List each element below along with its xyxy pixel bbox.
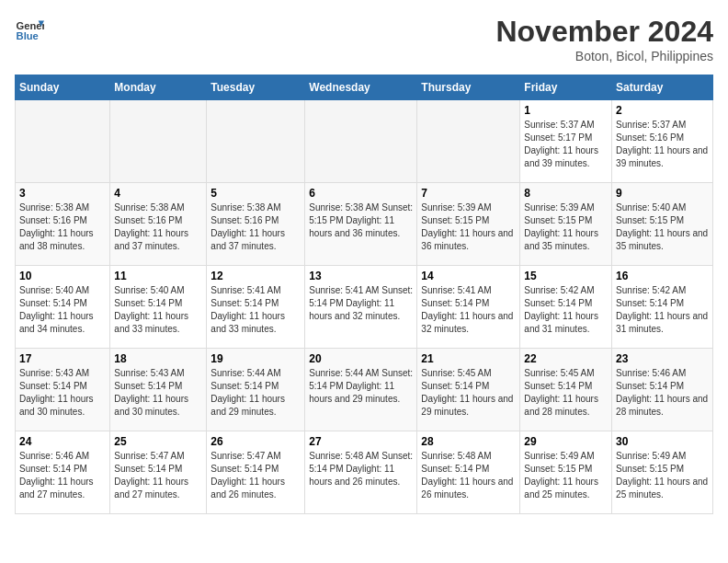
day-number: 16 xyxy=(616,270,709,282)
day-number: 7 xyxy=(421,187,516,200)
calendar-table: SundayMondayTuesdayWednesdayThursdayFrid… xyxy=(15,75,713,514)
day-number: 17 xyxy=(19,352,106,365)
day-info: Sunrise: 5:42 AM Sunset: 5:14 PM Dayligh… xyxy=(616,284,709,336)
day-cell: 16Sunrise: 5:42 AM Sunset: 5:14 PM Dayli… xyxy=(612,266,713,349)
day-cell: 21Sunrise: 5:45 AM Sunset: 5:14 PM Dayli… xyxy=(417,349,520,431)
week-row-5: 24Sunrise: 5:46 AM Sunset: 5:14 PM Dayli… xyxy=(16,431,713,514)
day-info: Sunrise: 5:49 AM Sunset: 5:15 PM Dayligh… xyxy=(616,450,709,501)
day-cell: 5Sunrise: 5:38 AM Sunset: 5:16 PM Daylig… xyxy=(207,183,305,266)
day-info: Sunrise: 5:43 AM Sunset: 5:14 PM Dayligh… xyxy=(114,367,202,419)
day-info: Sunrise: 5:38 AM Sunset: 5:16 PM Dayligh… xyxy=(210,201,301,253)
day-cell: 30Sunrise: 5:49 AM Sunset: 5:15 PM Dayli… xyxy=(612,431,713,514)
day-info: Sunrise: 5:39 AM Sunset: 5:15 PM Dayligh… xyxy=(524,201,608,253)
day-cell: 14Sunrise: 5:41 AM Sunset: 5:14 PM Dayli… xyxy=(417,266,520,349)
day-number: 18 xyxy=(114,352,202,365)
day-info: Sunrise: 5:39 AM Sunset: 5:15 PM Dayligh… xyxy=(421,201,516,253)
day-cell: 28Sunrise: 5:48 AM Sunset: 5:14 PM Dayli… xyxy=(417,431,520,514)
weekday-header-saturday: Saturday xyxy=(612,75,713,100)
day-number: 26 xyxy=(210,435,301,448)
day-cell: 19Sunrise: 5:44 AM Sunset: 5:14 PM Dayli… xyxy=(207,349,305,431)
location: Boton, Bicol, Philippines xyxy=(495,49,713,63)
day-cell: 1Sunrise: 5:37 AM Sunset: 5:17 PM Daylig… xyxy=(520,100,612,183)
day-cell: 26Sunrise: 5:47 AM Sunset: 5:14 PM Dayli… xyxy=(207,431,305,514)
day-info: Sunrise: 5:37 AM Sunset: 5:17 PM Dayligh… xyxy=(524,119,608,170)
weekday-header-sunday: Sunday xyxy=(16,75,110,100)
day-info: Sunrise: 5:47 AM Sunset: 5:14 PM Dayligh… xyxy=(114,450,202,501)
day-cell xyxy=(207,100,305,183)
day-cell: 20Sunrise: 5:44 AM Sunset: 5:14 PM Dayli… xyxy=(305,349,417,431)
day-cell: 23Sunrise: 5:46 AM Sunset: 5:14 PM Dayli… xyxy=(612,349,713,431)
day-cell xyxy=(305,100,417,183)
day-number: 10 xyxy=(19,270,106,282)
day-info: Sunrise: 5:40 AM Sunset: 5:14 PM Dayligh… xyxy=(19,284,106,336)
logo-icon: General Blue xyxy=(15,15,44,44)
weekday-header-friday: Friday xyxy=(520,75,612,100)
day-number: 25 xyxy=(114,435,202,448)
weekday-header-monday: Monday xyxy=(110,75,207,100)
day-info: Sunrise: 5:40 AM Sunset: 5:14 PM Dayligh… xyxy=(114,284,202,336)
day-number: 28 xyxy=(421,435,516,448)
month-title: November 2024 xyxy=(495,15,713,49)
day-cell xyxy=(16,100,110,183)
day-info: Sunrise: 5:46 AM Sunset: 5:14 PM Dayligh… xyxy=(19,450,106,501)
day-number: 1 xyxy=(524,104,608,117)
week-row-2: 3Sunrise: 5:38 AM Sunset: 5:16 PM Daylig… xyxy=(16,183,713,266)
day-number: 5 xyxy=(210,187,301,200)
day-info: Sunrise: 5:41 AM Sunset: 5:14 PM Dayligh… xyxy=(309,284,413,323)
logo: General Blue xyxy=(15,15,44,44)
day-number: 9 xyxy=(616,187,709,200)
day-info: Sunrise: 5:38 AM Sunset: 5:16 PM Dayligh… xyxy=(19,201,106,253)
weekday-header-row: SundayMondayTuesdayWednesdayThursdayFrid… xyxy=(16,75,713,100)
day-info: Sunrise: 5:38 AM Sunset: 5:15 PM Dayligh… xyxy=(309,201,413,240)
day-number: 22 xyxy=(524,352,608,365)
day-cell: 12Sunrise: 5:41 AM Sunset: 5:14 PM Dayli… xyxy=(207,266,305,349)
day-info: Sunrise: 5:47 AM Sunset: 5:14 PM Dayligh… xyxy=(210,450,301,501)
day-info: Sunrise: 5:37 AM Sunset: 5:16 PM Dayligh… xyxy=(616,119,709,170)
day-cell: 6Sunrise: 5:38 AM Sunset: 5:15 PM Daylig… xyxy=(305,183,417,266)
day-cell xyxy=(110,100,207,183)
day-cell: 10Sunrise: 5:40 AM Sunset: 5:14 PM Dayli… xyxy=(16,266,110,349)
day-number: 21 xyxy=(421,352,516,365)
day-info: Sunrise: 5:46 AM Sunset: 5:14 PM Dayligh… xyxy=(616,367,709,419)
weekday-header-wednesday: Wednesday xyxy=(305,75,417,100)
day-info: Sunrise: 5:40 AM Sunset: 5:15 PM Dayligh… xyxy=(616,201,709,253)
day-number: 11 xyxy=(114,270,202,282)
day-number: 23 xyxy=(616,352,709,365)
title-block: November 2024 Boton, Bicol, Philippines xyxy=(495,15,713,63)
day-number: 13 xyxy=(309,270,413,282)
day-number: 15 xyxy=(524,270,608,282)
week-row-1: 1Sunrise: 5:37 AM Sunset: 5:17 PM Daylig… xyxy=(16,100,713,183)
day-cell: 9Sunrise: 5:40 AM Sunset: 5:15 PM Daylig… xyxy=(612,183,713,266)
day-number: 30 xyxy=(616,435,709,448)
week-row-4: 17Sunrise: 5:43 AM Sunset: 5:14 PM Dayli… xyxy=(16,349,713,431)
day-cell: 11Sunrise: 5:40 AM Sunset: 5:14 PM Dayli… xyxy=(110,266,207,349)
week-row-3: 10Sunrise: 5:40 AM Sunset: 5:14 PM Dayli… xyxy=(16,266,713,349)
day-cell: 2Sunrise: 5:37 AM Sunset: 5:16 PM Daylig… xyxy=(612,100,713,183)
weekday-header-tuesday: Tuesday xyxy=(207,75,305,100)
day-number: 6 xyxy=(309,187,413,200)
day-number: 19 xyxy=(210,352,301,365)
day-number: 3 xyxy=(19,187,106,200)
day-cell: 8Sunrise: 5:39 AM Sunset: 5:15 PM Daylig… xyxy=(520,183,612,266)
day-cell: 17Sunrise: 5:43 AM Sunset: 5:14 PM Dayli… xyxy=(16,349,110,431)
day-info: Sunrise: 5:42 AM Sunset: 5:14 PM Dayligh… xyxy=(524,284,608,336)
day-cell: 25Sunrise: 5:47 AM Sunset: 5:14 PM Dayli… xyxy=(110,431,207,514)
day-info: Sunrise: 5:48 AM Sunset: 5:14 PM Dayligh… xyxy=(309,450,413,488)
day-cell: 18Sunrise: 5:43 AM Sunset: 5:14 PM Dayli… xyxy=(110,349,207,431)
day-number: 14 xyxy=(421,270,516,282)
day-info: Sunrise: 5:38 AM Sunset: 5:16 PM Dayligh… xyxy=(114,201,202,253)
day-info: Sunrise: 5:45 AM Sunset: 5:14 PM Dayligh… xyxy=(524,367,608,419)
day-number: 4 xyxy=(114,187,202,200)
page-header: General Blue November 2024 Boton, Bicol,… xyxy=(15,15,713,63)
day-info: Sunrise: 5:41 AM Sunset: 5:14 PM Dayligh… xyxy=(421,284,516,336)
day-info: Sunrise: 5:43 AM Sunset: 5:14 PM Dayligh… xyxy=(19,367,106,419)
day-info: Sunrise: 5:48 AM Sunset: 5:14 PM Dayligh… xyxy=(421,450,516,501)
day-cell: 13Sunrise: 5:41 AM Sunset: 5:14 PM Dayli… xyxy=(305,266,417,349)
day-info: Sunrise: 5:44 AM Sunset: 5:14 PM Dayligh… xyxy=(210,367,301,419)
day-number: 8 xyxy=(524,187,608,200)
day-number: 29 xyxy=(524,435,608,448)
day-cell: 15Sunrise: 5:42 AM Sunset: 5:14 PM Dayli… xyxy=(520,266,612,349)
day-cell xyxy=(417,100,520,183)
weekday-header-thursday: Thursday xyxy=(417,75,520,100)
day-cell: 4Sunrise: 5:38 AM Sunset: 5:16 PM Daylig… xyxy=(110,183,207,266)
